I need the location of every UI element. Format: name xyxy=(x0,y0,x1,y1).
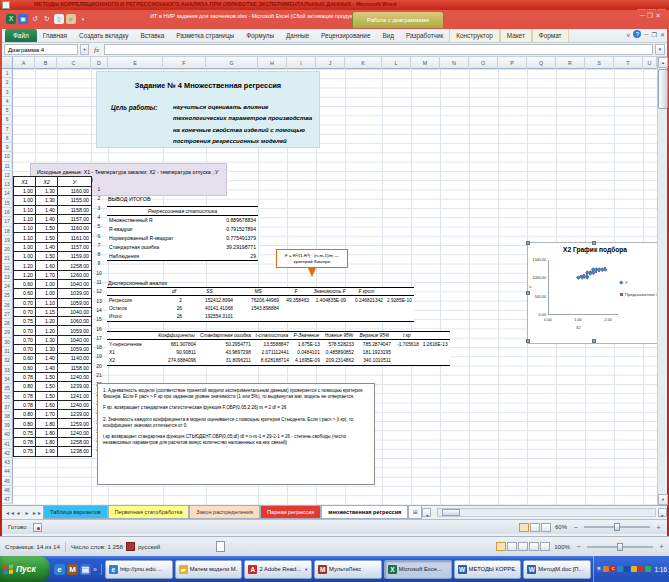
row-header[interactable]: 23 xyxy=(2,273,13,282)
cell[interactable]: 1.40 xyxy=(36,214,58,223)
zoom-out-icon[interactable]: − xyxy=(571,524,580,531)
cell[interactable]: Х1 xyxy=(107,348,155,356)
cell[interactable] xyxy=(393,348,421,356)
cell[interactable]: 785.2874047 xyxy=(356,340,393,348)
insert-function-icon[interactable]: fx xyxy=(91,46,102,54)
cell[interactable]: 0.80 xyxy=(14,382,36,391)
column-header[interactable]: J xyxy=(316,57,345,69)
column-header[interactable]: C xyxy=(57,57,91,69)
select-all-corner[interactable] xyxy=(2,57,13,69)
cell[interactable] xyxy=(348,313,385,321)
cell[interactable]: 1.00 xyxy=(14,196,36,205)
selection-handle[interactable] xyxy=(592,339,596,343)
cell[interactable]: -1.705618 xyxy=(393,340,421,348)
cell[interactable]: 4.1695E-09 xyxy=(291,357,322,365)
cell[interactable]: 1.10 xyxy=(14,214,36,223)
row-header[interactable]: 4 xyxy=(2,97,13,106)
ribbon-tab[interactable]: Вид xyxy=(376,29,400,42)
restore-icon[interactable]: ❐ xyxy=(647,12,655,19)
column-header[interactable]: F xyxy=(163,57,206,69)
cell[interactable] xyxy=(281,304,311,312)
cell[interactable]: 1040.00 xyxy=(58,335,92,344)
cell[interactable]: 1.60 xyxy=(36,400,58,409)
draft-view-icon[interactable] xyxy=(540,542,550,551)
zoom-level[interactable]: 60% xyxy=(555,524,567,530)
scroll-down-icon[interactable]: ▼ xyxy=(658,494,668,505)
cell[interactable]: 1.20 xyxy=(36,326,58,335)
fullscreen-view-icon[interactable] xyxy=(507,542,517,551)
cell[interactable]: 0.75 xyxy=(14,447,36,456)
row-header[interactable]: 45 xyxy=(2,477,13,486)
row-header[interactable]: 40 xyxy=(2,430,13,439)
cell[interactable]: 152412.8994 xyxy=(184,296,235,304)
ribbon-tab[interactable]: Конструктор xyxy=(449,29,499,42)
row-header[interactable]: 3 xyxy=(2,88,13,97)
cell[interactable]: 1.15 xyxy=(36,307,58,316)
ribbon-tab[interactable]: Главная xyxy=(37,29,73,42)
column-header[interactable]: P xyxy=(498,57,527,69)
cell[interactable]: t кр xyxy=(393,332,421,340)
cell[interactable]: 0.70 xyxy=(14,335,36,344)
cell[interactable]: 0.60 xyxy=(14,354,36,363)
outline-view-icon[interactable] xyxy=(529,542,539,551)
save-icon[interactable]: ▣ xyxy=(18,14,28,24)
row-header[interactable]: 11 xyxy=(2,162,13,171)
cell[interactable]: F крит xyxy=(348,288,385,296)
row-header[interactable]: 2 xyxy=(2,78,13,87)
page-icon[interactable] xyxy=(216,541,225,552)
cell[interactable]: 192554.3101 xyxy=(184,313,235,321)
hscroll-right-icon[interactable]: ► xyxy=(658,508,667,517)
cell[interactable]: Х2 xyxy=(36,177,58,187)
cell[interactable]: 1040.00 xyxy=(58,307,92,316)
row-header[interactable]: 30 xyxy=(2,338,13,347)
cell[interactable]: 1059.00 xyxy=(58,345,92,354)
zoom-in-icon[interactable]: + xyxy=(657,543,666,550)
cell[interactable]: 29 xyxy=(206,252,258,261)
cell[interactable] xyxy=(235,313,281,321)
cell[interactable]: 1258.00 xyxy=(58,438,92,447)
workbook-minimize-icon[interactable]: ─ xyxy=(644,31,648,37)
tray-icon[interactable] xyxy=(638,566,644,573)
taskbar-button[interactable]: ММультиЛекс xyxy=(314,560,382,579)
cell[interactable]: 0.889678834 xyxy=(206,216,258,225)
cell[interactable]: 340.1010511 xyxy=(356,357,393,365)
chevron-down-icon[interactable]: ▼ xyxy=(304,567,308,572)
cell[interactable]: 13.5588847 xyxy=(253,340,291,348)
cell[interactable]: 1.20 xyxy=(14,270,36,279)
cell[interactable]: 1160.00 xyxy=(58,224,92,233)
cell[interactable]: SS xyxy=(184,288,235,296)
row-header[interactable]: 46 xyxy=(2,486,13,495)
cell[interactable]: 1.2616E-13 xyxy=(421,340,450,348)
cell[interactable]: 1.90 xyxy=(36,447,58,456)
insert-worksheet-icon[interactable]: ⊞ xyxy=(408,506,422,519)
prev-sheet-icon[interactable]: ◄ xyxy=(14,510,22,516)
selection-handle[interactable] xyxy=(592,241,596,245)
cell[interactable]: 0.70 xyxy=(14,307,36,316)
cell[interactable]: 1.50 xyxy=(36,382,58,391)
row-header[interactable]: 33 xyxy=(2,366,13,375)
column-header[interactable]: H xyxy=(258,57,287,69)
cell[interactable]: 578.528233 xyxy=(322,340,356,348)
column-header[interactable]: L xyxy=(382,57,411,69)
cell[interactable]: 274.6884096 xyxy=(155,357,198,365)
task-title-box[interactable]: Задание № 4 Множественная регрессия Цель… xyxy=(96,71,320,148)
cell[interactable]: Значимость F xyxy=(311,288,348,296)
taskbar-button[interactable]: XMicrosoft Exce... xyxy=(384,560,452,579)
taskbar-button[interactable]: A2 Adobe Read...▼ xyxy=(244,560,312,579)
cell[interactable]: 1059.00 xyxy=(58,326,92,335)
cell[interactable] xyxy=(311,313,348,321)
sheet-tab[interactable]: Закон распределения xyxy=(189,506,260,519)
column-header[interactable]: I xyxy=(287,57,316,69)
cell[interactable]: 1.50 xyxy=(36,252,58,261)
cell[interactable]: 1.00 xyxy=(14,252,36,261)
cell[interactable]: 1.30 xyxy=(36,187,58,196)
cell[interactable]: 1.50 xyxy=(36,391,58,400)
cell[interactable]: Регрессионная статистика xyxy=(107,207,258,216)
normal-view-icon[interactable] xyxy=(519,523,529,532)
cell[interactable]: 39.29198771 xyxy=(206,243,258,252)
cell[interactable]: 1.70 xyxy=(36,410,58,419)
cell[interactable]: 1259.00 xyxy=(58,419,92,428)
cell[interactable]: 1160.00 xyxy=(58,187,92,196)
cell[interactable]: 1.00 xyxy=(36,279,58,288)
cell[interactable]: 1.404835E-09 xyxy=(311,296,348,304)
